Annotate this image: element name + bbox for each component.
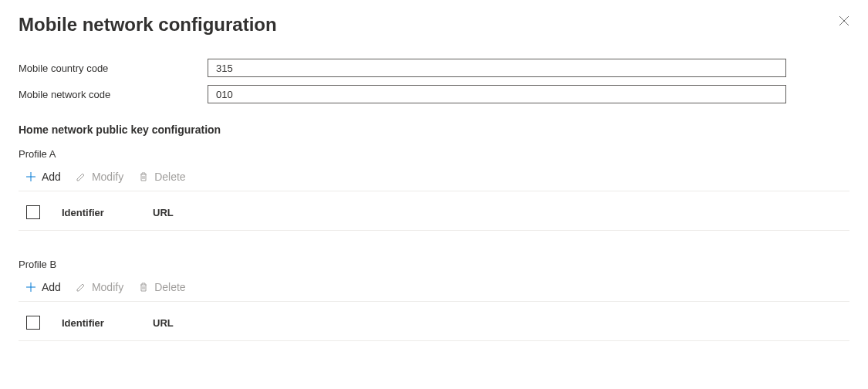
mobile-network-config-panel: Mobile network configuration Mobile coun… <box>0 0 868 389</box>
column-identifier: Identifier <box>62 207 153 218</box>
profile-a-add-button[interactable]: Add <box>23 169 62 184</box>
mobile-network-code-row: Mobile network code <box>19 85 849 103</box>
close-icon <box>839 15 849 26</box>
profile-b-table-header: Identifier URL <box>19 302 849 341</box>
delete-label: Delete <box>154 171 185 183</box>
profile-b-toolbar: Add Modify Delete <box>19 278 849 302</box>
profile-a-select-all-checkbox[interactable] <box>26 205 40 219</box>
profile-b-add-button[interactable]: Add <box>23 279 62 295</box>
column-identifier: Identifier <box>62 317 153 329</box>
profile-b-modify-button: Modify <box>73 279 125 295</box>
profile-a-toolbar: Add Modify Delete <box>19 167 849 191</box>
add-label: Add <box>42 281 61 293</box>
profile-a-modify-button: Modify <box>73 169 125 184</box>
profile-a-label: Profile A <box>19 148 849 160</box>
mobile-country-code-label: Mobile country code <box>19 63 208 74</box>
plus-icon <box>25 171 37 183</box>
home-network-section-title: Home network public key configuration <box>19 123 849 136</box>
profile-b-delete-button: Delete <box>136 279 187 295</box>
trash-icon <box>137 171 150 183</box>
add-label: Add <box>42 171 61 183</box>
modify-label: Modify <box>92 281 123 293</box>
mobile-country-code-row: Mobile country code <box>19 59 849 77</box>
close-button[interactable] <box>837 14 851 28</box>
profile-a-table-header: Identifier URL <box>19 191 849 231</box>
mobile-network-code-input[interactable] <box>208 85 786 103</box>
plus-icon <box>25 281 37 293</box>
pencil-icon <box>75 281 87 293</box>
profile-b-select-all-checkbox[interactable] <box>26 316 40 330</box>
page-title: Mobile network configuration <box>19 14 849 36</box>
pencil-icon <box>75 171 87 183</box>
profile-b-label: Profile B <box>19 259 849 270</box>
mobile-country-code-input[interactable] <box>208 59 786 77</box>
column-url: URL <box>153 207 842 218</box>
modify-label: Modify <box>92 171 123 183</box>
profile-a-delete-button: Delete <box>136 169 187 184</box>
trash-icon <box>137 281 150 293</box>
delete-label: Delete <box>154 281 185 293</box>
column-url: URL <box>153 317 842 329</box>
mobile-network-code-label: Mobile network code <box>19 89 208 100</box>
